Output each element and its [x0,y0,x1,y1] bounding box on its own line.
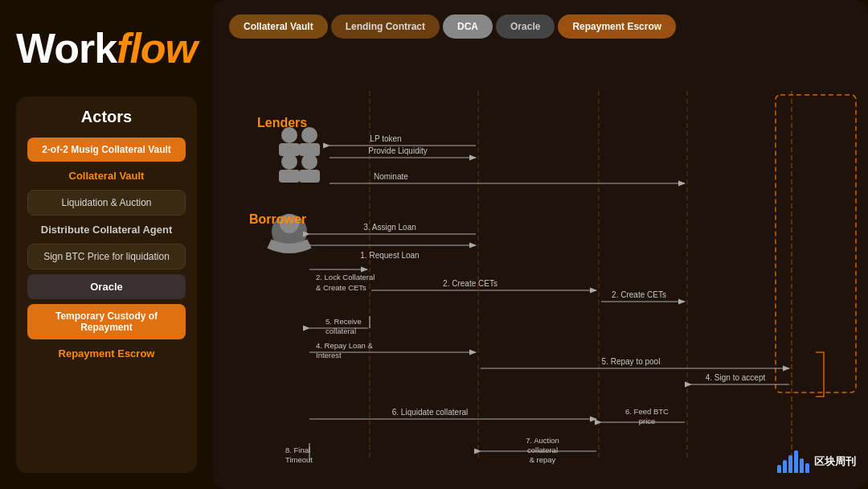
svg-text:Interest: Interest [316,351,342,360]
bar-5 [800,458,804,473]
svg-point-10 [281,154,297,170]
svg-text:& Create CETs: & Create CETs [316,283,366,292]
actor-liquidation-auction[interactable]: Liquidation & Auction [27,190,186,216]
actor-sign-btc-price[interactable]: Sign BTC Price for liquidation [27,244,186,269]
svg-text:Nominate: Nominate [374,172,408,181]
svg-rect-5 [776,95,856,392]
svg-text:Timeout: Timeout [285,455,313,464]
svg-text:3. Assign Loan: 3. Assign Loan [363,223,416,232]
svg-text:2. Lock Collateral: 2. Lock Collateral [316,273,375,281]
svg-text:price: price [639,417,656,425]
actors-box: Actors 2-of-2 Musig Collateral Vault Col… [16,97,197,473]
svg-text:2. Create CETs: 2. Create CETs [612,290,666,299]
actor-distribute-label: Distribute Collateral Agent [27,220,186,239]
watermark-bars [777,450,809,473]
svg-text:Provide Liquidity: Provide Liquidity [368,146,427,155]
svg-rect-11 [279,170,300,183]
main-diagram: Collateral Vault Lending Contract DCA Or… [213,0,868,489]
svg-point-8 [301,127,317,143]
actor-temporary-custody[interactable]: Temporary Custody of Repayment [27,304,186,339]
svg-rect-13 [299,170,320,183]
tab-dca[interactable]: DCA [443,14,493,39]
watermark: 区块周刊 [777,450,856,473]
svg-text:8. Final: 8. Final [285,446,310,454]
tab-oracle[interactable]: Oracle [496,14,555,39]
svg-text:1. Request Loan: 1. Request Loan [360,251,419,260]
watermark-text: 区块周刊 [814,454,856,469]
actor-repayment-escrow-label: Repayment Escrow [27,344,186,363]
svg-text:collateral: collateral [326,327,356,335]
svg-text:6. Feed BTC: 6. Feed BTC [625,407,669,416]
svg-text:LP token: LP token [370,134,401,143]
svg-text:4. Repay Loan &: 4. Repay Loan & [316,341,373,350]
svg-text:5. Receive: 5. Receive [326,317,362,326]
page-title: Workflow [16,24,197,72]
tabs-bar: Collateral Vault Lending Contract DCA Or… [213,0,868,47]
bar-4 [794,450,798,473]
bar-1 [777,465,781,473]
svg-text:Lenders: Lenders [257,116,307,129]
tab-lending-contract[interactable]: Lending Contract [331,14,440,39]
bar-2 [783,460,787,473]
svg-text:2. Create CETs: 2. Create CETs [443,279,497,288]
sidebar: Workflow Actors 2-of-2 Musig Collateral … [0,0,213,489]
diagram-area: LP token Provide Liquidity Nominate 3. A… [213,47,868,481]
svg-text:4. Sign to accept: 4. Sign to accept [706,373,766,382]
actors-title: Actors [27,108,186,126]
workflow-diagram: LP token Provide Liquidity Nominate 3. A… [213,47,868,481]
tab-collateral-vault[interactable]: Collateral Vault [229,14,328,39]
svg-text:7. Auction: 7. Auction [526,436,559,445]
bar-6 [805,463,809,473]
svg-point-6 [281,127,297,143]
actor-collateral-vault-label: Collateral Vault [27,166,186,185]
actor-collateral-vault-musig[interactable]: 2-of-2 Musig Collateral Vault [27,138,186,162]
tab-repayment-escrow[interactable]: Repayment Escrow [558,14,676,39]
svg-text:5. Repay to pool: 5. Repay to pool [602,357,661,366]
svg-point-12 [301,154,317,170]
svg-text:& repay: & repay [530,455,556,464]
actor-oracle-label: Oracle [27,274,186,299]
svg-text:collateral: collateral [527,446,558,454]
bar-3 [788,455,792,473]
svg-text:Borrower: Borrower [249,212,306,226]
svg-text:6. Liquidate collateral: 6. Liquidate collateral [392,408,469,417]
